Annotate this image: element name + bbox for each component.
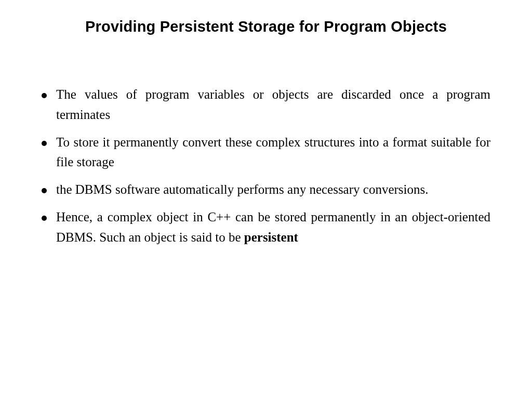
bullet-text: Hence, a complex object in C++ can be st… — [56, 207, 490, 248]
list-item: To store it permanently convert these co… — [42, 132, 490, 173]
list-item: the DBMS software automatically performs… — [42, 180, 490, 200]
list-item: Hence, a complex object in C++ can be st… — [42, 207, 490, 248]
bullet-icon — [42, 188, 47, 193]
content-area: The values of program variables or objec… — [36, 85, 496, 247]
slide-title: Providing Persistent Storage for Program… — [36, 18, 496, 35]
bullet-icon — [42, 141, 47, 146]
bullet-icon — [42, 216, 47, 221]
bullet-text: The values of program variables or objec… — [56, 85, 490, 125]
bullet-icon — [42, 93, 47, 98]
bullet-text-bold: persistent — [244, 230, 298, 244]
bullet-text: To store it permanently convert these co… — [56, 132, 490, 173]
bullet-text: the DBMS software automatically performs… — [56, 180, 490, 200]
list-item: The values of program variables or objec… — [42, 85, 490, 125]
